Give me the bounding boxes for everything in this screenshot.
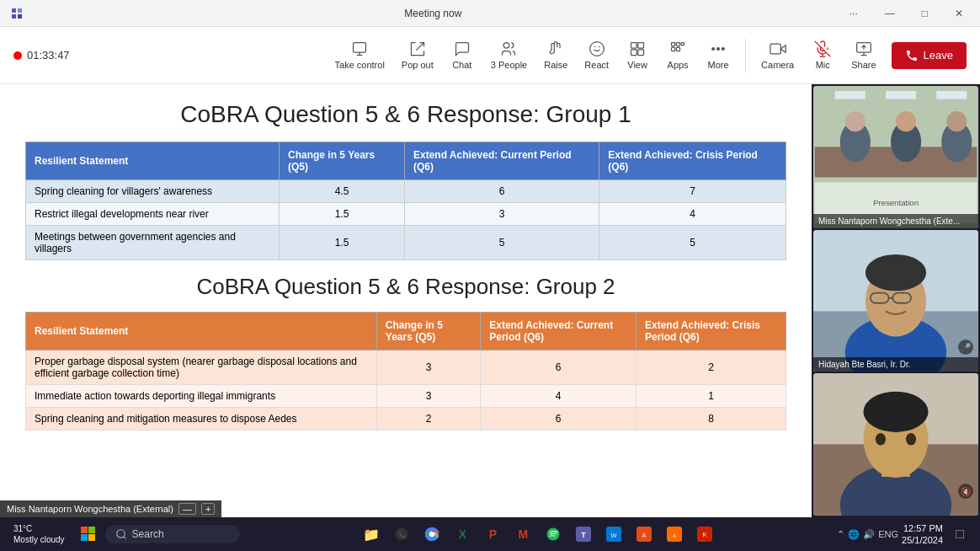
view-button[interactable]: View [617,37,658,73]
app7-icon: W [606,527,621,542]
svg-rect-3 [18,14,22,19]
svg-rect-11 [631,43,637,49]
title-bar-left [10,7,24,20]
minimize-btn[interactable]: — [878,6,902,21]
people-button[interactable]: 3 People [482,37,535,73]
svg-point-55 [876,433,886,445]
weather-widget: 31°C Mostly cloudy [7,523,72,545]
video-label-1: Miss Nantaporn Wongchestha (Exte... [813,214,978,228]
group2-title: CoBRA Question 5 & 6 Response: Group 2 [25,274,786,300]
taskbar-app9[interactable]: A [661,521,688,548]
taskbar-file-explorer[interactable]: 📁 [358,521,385,548]
raise-icon [547,40,564,57]
more-icon [710,40,727,57]
react-icon [589,40,605,57]
leave-button[interactable]: Leave [892,42,967,69]
taskbar-spotify[interactable] [540,521,567,548]
table2-header-row: Resilient Statement Change in 5 Years (Q… [26,313,786,350]
taskbar-app-icons: 📁 📞 X P M T [243,521,834,548]
notification-btn[interactable]: □ [946,521,973,548]
svg-rect-17 [681,43,684,45]
taskbar-antivirus[interactable]: K [691,521,718,548]
col-header-crisis: Extend Achieved: Crisis Period (Q6) [599,142,786,180]
more-button[interactable]: More [698,37,738,73]
camera-button[interactable]: Camera [753,37,802,73]
more-label: More [708,60,729,70]
lang-indicator: ENG [878,529,898,539]
speaker-dash-btn[interactable]: — [178,503,196,515]
table-cell: 1.5 [280,203,405,226]
close-btn[interactable]: ✕ [948,6,970,21]
apps-label: Apps [668,60,689,70]
react-button[interactable]: React [576,37,617,73]
speaker-add-btn[interactable]: + [201,503,215,515]
taskbar-phone-icon[interactable]: 📞 [388,521,415,548]
video-feed-1: Presentation [813,86,978,228]
table-cell: Immediate action towards deporting illeg… [26,385,377,408]
people-icon [500,40,517,57]
apps-button[interactable]: Apps [658,37,698,73]
clock-date: 25/1/2024 [902,534,943,546]
taskbar-powerpoint[interactable]: P [479,521,506,548]
share-button[interactable]: Share [843,37,884,73]
raise-button[interactable]: Raise [535,37,576,73]
table-row: Spring cleaning for villagers' awareness… [26,180,786,203]
svg-rect-1 [18,8,22,13]
table-cell: 8 [636,408,786,431]
svg-rect-58 [88,527,95,533]
take-control-label: Take control [335,60,385,70]
col2-header-crisis: Extend Achieved: Crisis Period (Q6) [636,313,786,350]
group2-table: Resilient Statement Change in 5 Years (Q… [25,312,786,431]
svg-point-61 [116,530,124,538]
teams-taskbar-icon: T [576,527,591,542]
svg-rect-13 [631,50,637,56]
table-cell: 4 [599,203,786,226]
take-control-icon [351,40,368,57]
search-icon [115,528,127,540]
mic-button[interactable]: Mic [802,37,843,73]
taskbar-chrome[interactable] [418,521,445,548]
people-label: 3 People [491,60,527,70]
pop-out-button[interactable]: Pop out [393,37,442,73]
group2-section: CoBRA Question 5 & 6 Response: Group 2 R… [25,274,786,431]
table-header-row: Resilient Statement Change in 5 Years (Q… [26,142,786,180]
start-button[interactable] [75,521,102,548]
pop-out-icon [409,40,426,57]
table-cell: 1 [636,385,786,408]
svg-rect-29 [835,91,865,99]
svg-text:T: T [582,531,587,539]
maximize-btn[interactable]: □ [915,6,935,21]
svg-rect-31 [936,91,967,99]
chat-button[interactable]: Chat [442,37,482,73]
col-header-change: Change in 5 Years (Q5) [280,142,405,180]
table-cell: 3 [404,203,599,226]
timer-display: 01:33:47 [27,49,70,62]
video-feed-3 [813,373,978,516]
table-cell: 6 [481,408,636,431]
take-control-button[interactable]: Take control [327,37,393,73]
taskbar-app5[interactable]: M [509,521,536,548]
table-cell: 3 [376,385,480,408]
table-cell: 7 [599,180,786,203]
react-label: React [584,60,609,70]
taskbar-app7[interactable]: W [600,521,627,548]
search-bar[interactable]: Search [105,525,240,543]
video-sidebar: Presentation Miss Nantaporn Wongchestha … [812,84,980,517]
chat-icon [454,40,471,57]
table-cell: 4 [481,385,636,408]
svg-text:W: W [611,532,618,539]
taskbar-app8[interactable]: A [631,521,658,548]
svg-rect-15 [672,43,675,46]
phone-icon [905,49,919,62]
taskbar-excel[interactable]: X [449,521,476,548]
app9-icon: A [667,527,682,542]
svg-point-37 [946,111,967,131]
svg-point-54 [863,392,928,432]
more-options-btn[interactable]: ··· [843,6,865,21]
svg-point-7 [504,43,510,49]
taskbar-teams[interactable]: T [570,521,597,548]
antivirus-icon: K [697,527,712,542]
table-cell: 6 [481,350,636,385]
camera-label: Camera [761,60,794,70]
video-panel-1: Presentation Miss Nantaporn Wongchestha … [813,86,978,228]
